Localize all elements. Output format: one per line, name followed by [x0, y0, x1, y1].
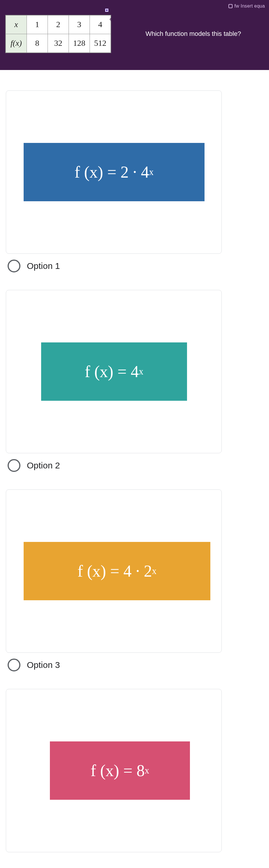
options-list: f (x) = 2 · 4x Option 1 f (x) = 4x Optio…: [0, 70, 269, 868]
insert-equation-hint: fw Insert equa: [229, 3, 265, 9]
formula-tile-1: f (x) = 2 · 4x: [24, 143, 205, 201]
option-card-2: f (x) = 4x: [6, 290, 222, 453]
question-prompt: Which function models this table?: [123, 30, 264, 38]
table-row: f(x) 8 32 128 512: [6, 34, 111, 53]
radio-icon: [8, 459, 21, 472]
table-cell: 512: [90, 34, 111, 53]
question-header: ✎ fw Insert equa x 1 2 3 4 f(x) 8 32 128…: [0, 0, 269, 70]
edit-pencil-icon[interactable]: ✎: [109, 17, 114, 25]
formula-tile-3: f (x) = 4 · 2x: [24, 542, 210, 600]
option-label: Option 1: [27, 261, 60, 271]
option-radio-1[interactable]: Option 1: [8, 259, 263, 272]
formula-tile-2: f (x) = 4x: [41, 342, 187, 401]
table-cell: 3: [69, 15, 90, 34]
selection-handle-icon[interactable]: [105, 9, 108, 12]
formula-tile-4: f (x) = 8x: [50, 741, 190, 800]
option-radio-2[interactable]: Option 2: [8, 459, 263, 472]
data-table: x 1 2 3 4 f(x) 8 32 128 512: [5, 15, 111, 53]
table-cell: 128: [69, 34, 90, 53]
option-label: Option 3: [27, 660, 60, 670]
option-card-3: f (x) = 4 · 2x: [6, 489, 222, 653]
table-row: x 1 2 3 4: [6, 15, 111, 34]
insert-icon: [229, 4, 233, 8]
table-cell: 1: [27, 15, 48, 34]
radio-icon: [8, 259, 21, 272]
option-card-4: f (x) = 8x: [6, 689, 222, 852]
option-label: Option 2: [27, 461, 60, 470]
table-header-x: x: [6, 15, 27, 34]
table-header-fx: f(x): [6, 34, 27, 53]
table-cell: 32: [48, 34, 69, 53]
radio-icon: [8, 659, 21, 672]
table-cell: 8: [27, 34, 48, 53]
table-cell: 4: [90, 15, 111, 34]
table-cell: 2: [48, 15, 69, 34]
option-card-1: f (x) = 2 · 4x: [6, 90, 222, 254]
option-radio-3[interactable]: Option 3: [8, 659, 263, 672]
